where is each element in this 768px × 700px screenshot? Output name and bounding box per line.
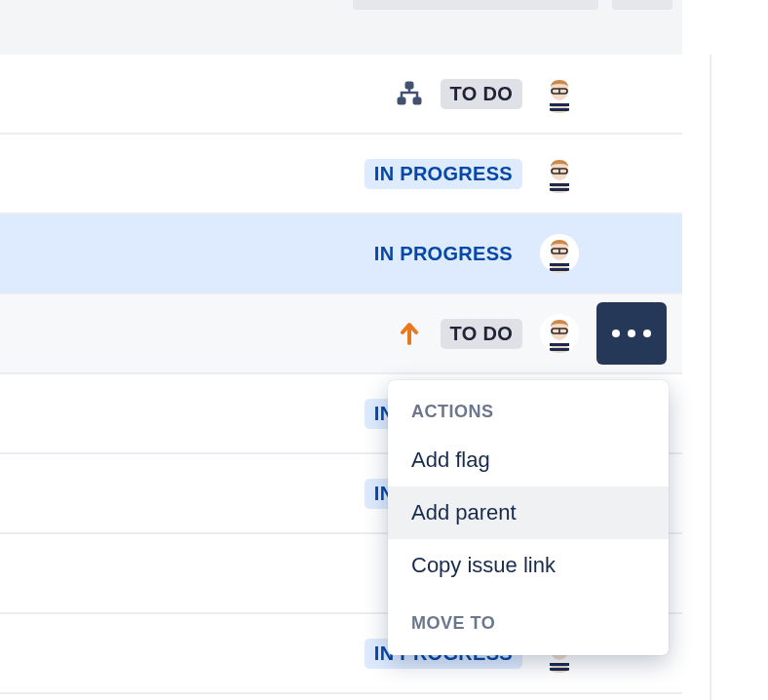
menu-section-moveto: MOVE TO — [388, 592, 669, 645]
actions-menu: ACTIONS Add flagAdd parentCopy issue lin… — [388, 380, 669, 655]
menu-item[interactable]: Add parent — [388, 486, 669, 539]
assignee-avatar[interactable] — [540, 234, 579, 273]
status-badge[interactable]: TO DO — [441, 79, 522, 109]
issue-row[interactable]: TO DO — [0, 294, 682, 374]
list-header — [0, 0, 682, 55]
more-actions-button[interactable] — [596, 302, 667, 365]
menu-item[interactable]: Copy issue link — [388, 539, 669, 592]
issue-row[interactable]: IN PROGRESS — [0, 214, 682, 294]
menu-item[interactable]: Add flag — [388, 434, 669, 486]
assignee-avatar[interactable] — [540, 314, 579, 353]
status-badge[interactable]: IN PROGRESS — [365, 239, 522, 269]
child-issues-icon — [396, 80, 423, 107]
menu-section-actions: ACTIONS — [388, 380, 669, 434]
panel-divider — [710, 55, 711, 700]
header-placeholder — [353, 0, 598, 10]
status-badge[interactable]: TO DO — [441, 319, 522, 349]
status-badge[interactable]: IN PROGRESS — [365, 159, 522, 189]
issue-row[interactable]: TO DO — [0, 55, 682, 135]
header-placeholder — [612, 0, 672, 10]
assignee-avatar[interactable] — [540, 154, 579, 193]
assignee-avatar[interactable] — [540, 74, 579, 113]
issue-row[interactable]: IN PROGRESS — [0, 135, 682, 214]
priority-high-icon — [396, 320, 423, 347]
